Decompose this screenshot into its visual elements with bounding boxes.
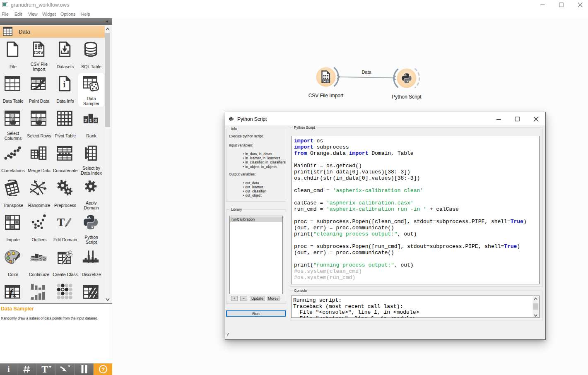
svg-text:i: i bbox=[7, 365, 10, 373]
svg-text:CSV: CSV bbox=[323, 80, 329, 83]
svg-text:x: x bbox=[13, 292, 16, 298]
svg-text:T: T bbox=[41, 365, 48, 374]
svg-text:2: 2 bbox=[84, 118, 87, 123]
svg-text:i: i bbox=[63, 79, 66, 89]
svg-text:1: 1 bbox=[89, 118, 92, 123]
svg-text:3: 3 bbox=[94, 118, 97, 123]
svg-text:?: ? bbox=[101, 366, 105, 373]
svg-text:T: T bbox=[57, 216, 65, 228]
svg-text:CSV: CSV bbox=[34, 50, 43, 55]
